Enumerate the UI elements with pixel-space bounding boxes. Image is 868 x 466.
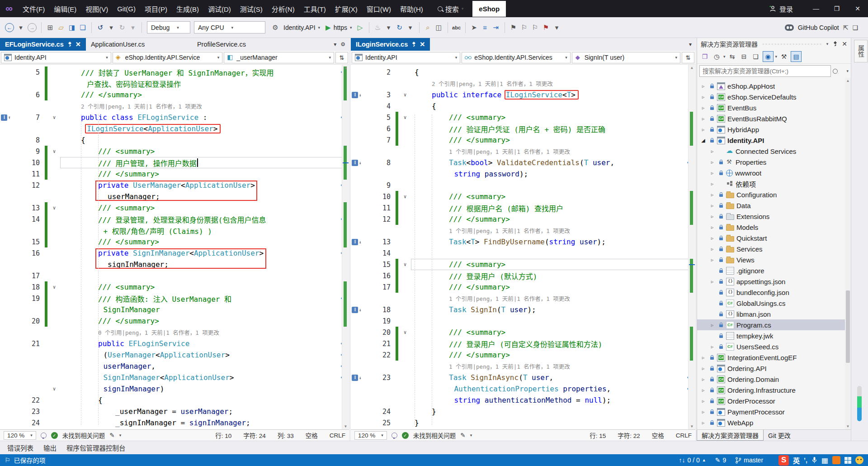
line-number[interactable]: 19 bbox=[12, 295, 44, 303]
back-icon[interactable]: ← bbox=[5, 23, 14, 32]
line-number[interactable]: 7 bbox=[363, 136, 395, 144]
format-brush-icon[interactable]: ✎ bbox=[460, 432, 465, 439]
code-line[interactable]: + 权限/角色/声明 (Claims) ) bbox=[60, 225, 349, 236]
code-line[interactable]: Task SignInAsync(T user,↩ bbox=[411, 372, 695, 383]
wrench-icon[interactable]: ⚒ bbox=[779, 52, 789, 62]
expand-icon[interactable]: ▹ bbox=[709, 192, 716, 198]
ime-punctuation-indicator[interactable]: ’, bbox=[804, 456, 807, 464]
tab-EFLoginService.cs[interactable]: EFLoginService.cs✕ bbox=[0, 38, 86, 51]
line-number[interactable]: 24 bbox=[363, 408, 395, 416]
line-number[interactable]: 18 bbox=[12, 283, 44, 291]
code-line[interactable]: { bbox=[60, 395, 349, 406]
code-line[interactable]: string authenticationMethod = null); bbox=[411, 395, 695, 406]
code-line[interactable]: /// 登录管理, 处理登录和身份票据(包含用户信息↩ bbox=[60, 214, 349, 225]
code-line[interactable]: { bbox=[411, 100, 695, 112]
code-line[interactable]: string password); bbox=[411, 168, 695, 180]
code-line[interactable]: (UserManager<ApplicationUser>↩ bbox=[60, 349, 349, 361]
expand-icon[interactable]: ▹ bbox=[709, 214, 716, 219]
menu-item[interactable]: 视图(V) bbox=[81, 0, 113, 17]
startup-project-dropdown[interactable]: ⚙ Identity.API▾ bbox=[267, 22, 323, 33]
expand-icon[interactable]: ▹ bbox=[709, 322, 716, 328]
redo-options-icon[interactable]: ▾ bbox=[128, 22, 138, 33]
nav-dropdown-eShop.Identity.API.Services[interactable]: eShop.Identity.API.Services▾ bbox=[462, 52, 570, 63]
nav-dropdown-eShop.Identity.API.Service[interactable]: eShop.Identity.API.Service▾ bbox=[113, 52, 223, 63]
expand-icon[interactable]: ▹ bbox=[700, 398, 707, 404]
line-number[interactable]: 8 bbox=[12, 136, 44, 144]
sync-selection-icon[interactable]: ⇆ bbox=[727, 52, 737, 62]
code-line[interactable]: 0 个引用|peng，1 天前|1 名作者，1 项更改 bbox=[60, 327, 349, 338]
code-line[interactable]: /// 构造函数: 注入 UserManager 和↩ bbox=[60, 293, 349, 304]
fold-toggle-icon[interactable]: ∨ bbox=[48, 148, 60, 154]
expand-icon[interactable]: ▹ bbox=[700, 116, 707, 122]
find-in-files-icon[interactable]: ⌕ bbox=[423, 22, 433, 33]
tree-item-GlobalUsings.cs[interactable]: GlobalUsings.cs bbox=[697, 298, 845, 309]
sign-in-button[interactable]: + 登录 bbox=[769, 4, 793, 14]
code-line[interactable]: } bbox=[411, 417, 695, 428]
implementation-icon[interactable]: I bbox=[352, 375, 358, 381]
code-line[interactable]: /// <summary> bbox=[60, 202, 349, 214]
nav-dropdown-Identity.API[interactable]: Identity.API▾ bbox=[1, 52, 111, 63]
menu-item[interactable]: 帮助(H) bbox=[396, 0, 428, 17]
pin-icon[interactable] bbox=[833, 41, 837, 47]
line-number[interactable]: 11 bbox=[12, 170, 44, 178]
expand-icon[interactable]: ▹ bbox=[709, 279, 716, 285]
code-line[interactable]: /// 封装了 UserManager 和 SignInManager，实现用↩ bbox=[60, 67, 349, 78]
eol-indicator[interactable]: CRLF bbox=[330, 432, 345, 439]
char-indicator[interactable]: 字符: 24 bbox=[243, 431, 266, 440]
implementation-icon[interactable]: I bbox=[352, 92, 358, 98]
line-number[interactable]: 23 bbox=[12, 408, 44, 416]
menu-item[interactable]: 分析(N) bbox=[267, 0, 299, 17]
code-line[interactable]: _userManager = userManager; bbox=[60, 406, 349, 417]
code-line[interactable]: ILoginService<ApplicationUser> bbox=[60, 123, 349, 134]
line-number[interactable]: 9 bbox=[12, 147, 44, 156]
zoom-dropdown[interactable]: 120 %▾ bbox=[354, 431, 387, 440]
code-line[interactable]: /// </summary> bbox=[60, 89, 349, 100]
pending-changes-filter-dropdown-icon[interactable]: ▾ bbox=[723, 54, 726, 59]
tree-item-WebApp[interactable]: ▹WebApp bbox=[697, 417, 845, 428]
nav-split-button[interactable]: ⇅ bbox=[335, 52, 348, 63]
expand-icon[interactable]: ▹ bbox=[709, 224, 716, 230]
line-number[interactable]: 18 bbox=[363, 306, 395, 314]
copilot-open-icon[interactable]: ⇱ bbox=[843, 24, 849, 31]
pending-edits[interactable]: ✎ 9 bbox=[715, 456, 726, 464]
tree-item-wwwroot[interactable]: ▹wwwroot bbox=[697, 167, 845, 178]
menu-item[interactable]: 调试(D) bbox=[203, 0, 236, 17]
bookmark-add-icon[interactable]: ⚑ bbox=[509, 22, 519, 33]
line-number[interactable]: 13 bbox=[12, 204, 44, 212]
whitespace-indicator[interactable]: 空格 bbox=[306, 431, 318, 440]
line-number[interactable]: 23 bbox=[363, 374, 395, 382]
bookmark-prev-icon[interactable]: ⚐ bbox=[519, 22, 529, 33]
nav-dropdown-Identity.API[interactable]: Identity.API▾ bbox=[352, 52, 460, 63]
open-file-icon[interactable]: ▱ bbox=[56, 22, 66, 33]
implementation-icon[interactable]: I bbox=[1, 114, 7, 121]
whitespace-indicator[interactable]: 空格 bbox=[652, 431, 664, 440]
line-number[interactable]: 6 bbox=[363, 125, 395, 133]
tree-item-EventBus[interactable]: ▹EventBus bbox=[697, 102, 845, 113]
tab-ApplicationUser.cs[interactable]: ApplicationUser.cs bbox=[86, 38, 192, 51]
code-line[interactable]: /// 登录用户 (默认方式) bbox=[411, 270, 695, 281]
editor-scrollbar[interactable]: ▲▼ bbox=[342, 65, 349, 429]
debug-configuration-dropdown[interactable]: Debug▾ bbox=[147, 21, 190, 33]
spell-check-icon[interactable]: abc bbox=[452, 22, 462, 33]
code-line[interactable]: SignInManager bbox=[60, 304, 349, 315]
panel-tab-输出[interactable]: 输出 bbox=[39, 441, 61, 454]
line-number[interactable]: 17 bbox=[12, 272, 44, 280]
tree-item-Data[interactable]: ▹Data bbox=[697, 200, 845, 211]
code-line[interactable]: Task<bool> ValidateCredentials(T user,↩ bbox=[411, 157, 695, 168]
line-number[interactable]: 5 bbox=[363, 114, 395, 122]
code-line[interactable]: /// <summary> bbox=[411, 112, 695, 123]
code-editor-left[interactable]: 5/// 封装了 UserManager 和 SignInManager，实现用… bbox=[0, 65, 349, 429]
code-line[interactable]: /// </summary> bbox=[411, 349, 695, 361]
code-line[interactable]: userManager,↩ bbox=[60, 361, 349, 372]
bookmark-clear-icon[interactable]: ⚑ bbox=[541, 22, 551, 33]
keyboard-icon[interactable]: ▦ bbox=[821, 456, 828, 465]
line-indicator[interactable]: 行: 10 bbox=[215, 431, 231, 440]
eol-indicator[interactable]: CRLF bbox=[676, 432, 692, 439]
expand-icon[interactable]: ▹ bbox=[709, 344, 716, 350]
code-line[interactable]: /// </summary> bbox=[60, 168, 349, 180]
copilot-chat-icon[interactable]: ❏ bbox=[852, 24, 858, 31]
code-line[interactable]: 户查找、密码验证和登录操作 bbox=[60, 78, 349, 89]
code-line[interactable]: { bbox=[60, 134, 349, 146]
code-line[interactable]: /// <summary> bbox=[411, 259, 695, 270]
tab-ILoginService.cs[interactable]: ILoginService.cs✕ bbox=[351, 38, 430, 51]
